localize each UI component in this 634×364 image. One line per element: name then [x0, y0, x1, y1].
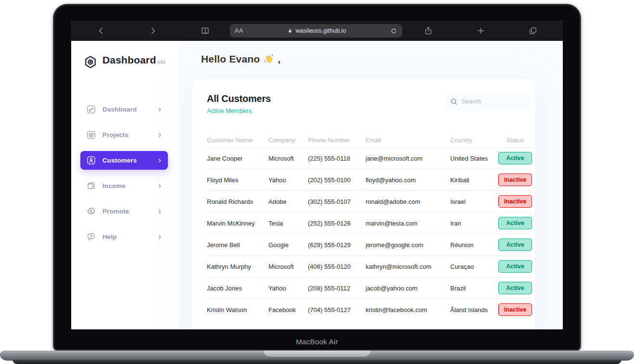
country-cell: Israel	[450, 198, 498, 205]
phone-cell: (704) 555-0127	[308, 306, 366, 314]
app-title: Dashboard	[102, 54, 156, 65]
sidebar-item-income[interactable]: Income	[80, 176, 168, 195]
address-bar[interactable]: AA wasileuss.github.io	[230, 24, 402, 38]
sidebar-item-label: Dashboard	[102, 106, 157, 113]
key-icon	[86, 104, 96, 114]
search-box[interactable]	[445, 93, 530, 110]
chevron-right-icon	[157, 158, 163, 163]
country-cell: Kiribati	[450, 176, 498, 184]
company-cell: Tesla	[268, 220, 308, 227]
table-row: Floyd Miles Yahoo (202) 555-0100 floyd@y…	[207, 169, 532, 190]
card-subtitle: Active Members	[207, 107, 271, 114]
share-button[interactable]	[423, 26, 433, 36]
browser-window: AA wasileuss.github.io	[71, 21, 563, 329]
status-badge: Active	[498, 217, 532, 229]
email-cell: ronald@adobe.com	[366, 198, 450, 205]
country-cell: Réunion	[450, 241, 498, 249]
phone-cell: (406) 555-0120	[308, 263, 366, 270]
help-icon	[86, 232, 96, 242]
customer-name-cell: Kathryn Murphy	[207, 263, 268, 270]
table-header-row: Customer Name Company Phone Number Email…	[207, 133, 532, 147]
company-cell: Facebook	[268, 306, 308, 314]
sidebar-item-label: Customers	[102, 157, 157, 164]
email-cell: floyd@yahoo.com	[366, 176, 450, 184]
table-row: Jerome Bell Google (629) 555-0129 jerome…	[207, 234, 532, 255]
search-icon	[450, 98, 458, 106]
discount-icon	[86, 206, 96, 216]
chevron-right-icon	[157, 209, 163, 214]
col-header-email: Email	[366, 137, 450, 144]
email-cell: kathryn@microsoft.com	[366, 263, 450, 270]
sidebar-item-promote[interactable]: Promote	[80, 202, 168, 221]
lock-icon	[287, 28, 293, 34]
sidebar-item-label: Help	[102, 233, 157, 240]
macbook-screen: AA wasileuss.github.io	[53, 4, 581, 351]
chevron-right-icon	[157, 183, 163, 189]
greeting-text: Hello Evano	[201, 53, 260, 65]
col-header-status: Status	[498, 137, 532, 144]
status-badge: Inactive	[498, 303, 532, 316]
email-cell: jacob@yahoo.com	[366, 285, 450, 292]
card-title: All Customers	[207, 93, 271, 104]
phone-cell: (252) 555-0126	[308, 220, 366, 227]
sidebar-nav: Dashboard Projects Customers	[71, 100, 179, 246]
customer-name-cell: Floyd Miles	[207, 176, 268, 184]
email-cell: jane@microsoft.com	[366, 155, 450, 162]
customer-name-cell: Jacob Jones	[207, 285, 268, 292]
company-cell: Adobe	[268, 198, 308, 205]
customer-name-cell: Ronald Richards	[207, 198, 268, 205]
sidebar-item-label: Income	[102, 182, 157, 189]
chevron-right-icon	[157, 234, 163, 240]
plus-icon	[476, 26, 485, 36]
status-badge: Active	[498, 238, 532, 251]
dashboard-page: Dashboardv.01 Dashboard Projects	[71, 41, 563, 329]
wallet-icon	[86, 181, 96, 191]
chevron-right-icon	[148, 26, 158, 36]
cube-icon	[86, 130, 96, 140]
sidebar-item-label: Promote	[102, 208, 157, 215]
company-cell: Microsoft	[268, 263, 308, 270]
greeting: Hello Evano ,	[201, 53, 563, 65]
greeting-comma: ,	[278, 53, 280, 65]
chevron-right-icon	[157, 132, 163, 138]
hexagon-logo-icon	[83, 55, 98, 71]
user-icon	[86, 155, 96, 165]
customer-name-cell: Jane Cooper	[207, 155, 268, 162]
new-tab-button[interactable]	[476, 26, 485, 36]
main-content: Hello Evano , All Customers Active Membe…	[179, 41, 563, 329]
phone-cell: (202) 555-0100	[308, 176, 366, 184]
text-size-button[interactable]: AA	[235, 27, 243, 34]
customer-name-cell: Marvin McKinney	[207, 220, 268, 227]
status-badge: Inactive	[498, 174, 532, 186]
browser-toolbar: AA wasileuss.github.io	[71, 21, 563, 41]
status-badge: Active	[498, 260, 532, 273]
macbook-trackpad-notch	[264, 351, 370, 357]
email-cell: jerome@google.com	[366, 241, 450, 249]
email-cell: kristin@facebook.com	[366, 306, 450, 314]
sidebar-item-help[interactable]: Help	[80, 227, 168, 246]
table-row: Kristin Watson Facebook (704) 555-0127 k…	[207, 299, 532, 320]
url-text: wasileuss.github.io	[295, 27, 346, 34]
search-input[interactable]	[462, 98, 526, 105]
sidebar-item-projects[interactable]: Projects	[80, 126, 168, 144]
sidebar-item-dashboard[interactable]: Dashboard	[80, 100, 168, 119]
country-cell: Brazil	[450, 285, 498, 292]
country-cell: Åland Islands	[450, 306, 498, 314]
reload-button[interactable]	[390, 27, 397, 35]
col-header-country: Country	[450, 137, 498, 144]
sidebar: Dashboardv.01 Dashboard Projects	[71, 41, 179, 329]
chevron-left-icon	[96, 26, 106, 36]
tab-overview-button[interactable]	[528, 26, 538, 36]
company-cell: Yahoo	[268, 285, 308, 292]
wave-emoji	[263, 54, 274, 65]
table-row: Jacob Jones Yahoo (208) 555-0112 jacob@y…	[207, 277, 532, 299]
email-cell: marvin@tesla.com	[366, 220, 450, 227]
card-header: All Customers Active Members	[207, 93, 532, 114]
sidebar-item-customers[interactable]: Customers	[80, 151, 168, 170]
back-button[interactable]	[96, 26, 106, 36]
forward-button[interactable]	[148, 26, 158, 36]
company-cell: Microsoft	[268, 155, 308, 162]
bookmarks-button[interactable]	[200, 26, 210, 36]
phone-cell: (225) 555-0118	[308, 155, 366, 162]
share-icon	[423, 26, 433, 36]
